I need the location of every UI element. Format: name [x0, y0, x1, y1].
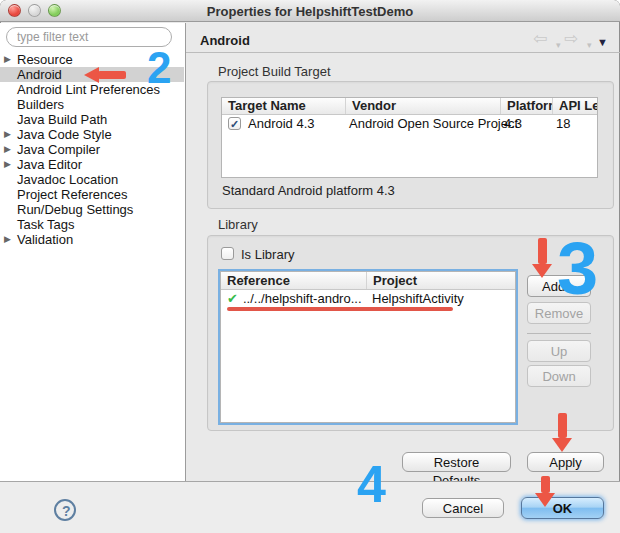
column-target-name[interactable]: Target Name — [222, 98, 346, 114]
sidebar-item-java-build-path[interactable]: Java Build Path — [0, 112, 184, 127]
sidebar-item-label: Java Build Path — [17, 112, 107, 127]
chevron-right-icon[interactable]: ▶ — [4, 52, 11, 67]
cancel-button[interactable]: Cancel — [422, 498, 504, 518]
restore-defaults-button[interactable]: Restore Defaults — [402, 452, 511, 472]
sidebar-item-label: Resource — [17, 52, 73, 67]
sidebar-item-label: Javadoc Location — [17, 172, 118, 187]
sidebar-item-label: Android — [17, 67, 62, 82]
green-check-icon: ✔ — [227, 290, 238, 308]
sidebar-item-label: Java Code Style — [17, 127, 112, 142]
window-title: Properties for HelpshiftTestDemo — [0, 4, 620, 19]
sidebar-item-run-debug-settings[interactable]: Run/Debug Settings — [0, 202, 184, 217]
forward-icon[interactable]: ⇨ — [564, 31, 578, 47]
platform-cell: 4.3 — [504, 115, 522, 133]
chevron-right-icon[interactable]: ▶ — [4, 127, 11, 142]
chevron-right-icon[interactable]: ▶ — [4, 142, 11, 157]
column-platform[interactable]: Platform — [501, 98, 553, 114]
forward-dropdown-icon[interactable]: ▾ — [587, 37, 592, 53]
reference-cell: ../../helpshift-andro... — [243, 290, 362, 308]
table-row[interactable]: ✓ Android 4.3 Android Open Source Projec… — [222, 115, 597, 133]
annotation-underline-reference — [227, 307, 453, 311]
sidebar-item-builders[interactable]: Builders — [0, 97, 184, 112]
up-button: Up — [527, 340, 591, 362]
sidebar-item-project-references[interactable]: Project References — [0, 187, 184, 202]
column-project[interactable]: Project — [367, 272, 515, 289]
annotation-step-2: 2 — [147, 46, 171, 90]
column-reference[interactable]: Reference — [221, 272, 367, 289]
build-target-group-label: Project Build Target — [218, 64, 331, 79]
sidebar-item-label: Java Compiler — [17, 142, 100, 157]
back-icon[interactable]: ⇦ — [533, 31, 547, 47]
project-cell: HelpshiftActivity — [372, 290, 464, 308]
column-vendor[interactable]: Vendor — [346, 98, 501, 114]
down-button: Down — [527, 365, 591, 387]
annotation-step-3: 3 — [557, 232, 598, 306]
header-divider — [186, 52, 620, 53]
table-row[interactable]: ✔ ../../helpshift-andro... HelpshiftActi… — [221, 290, 515, 308]
page-title: Android — [200, 33, 250, 48]
properties-dialog: Properties for HelpshiftTestDemo ▶ Resou… — [0, 0, 620, 533]
sidebar-item-label: Android Lint Preferences — [17, 82, 160, 97]
sidebar-item-task-tags[interactable]: Task Tags — [0, 217, 184, 232]
target-name-cell: Android 4.3 — [248, 115, 315, 133]
sidebar-item-java-editor[interactable]: ▶ Java Editor — [0, 157, 184, 172]
view-menu-icon[interactable]: ▼ — [597, 34, 608, 50]
target-checkbox-checked[interactable]: ✓ — [228, 117, 241, 130]
build-target-table: Target Name Vendor Platform API Level ✓ … — [221, 97, 598, 178]
chevron-right-icon[interactable]: ▶ — [4, 232, 11, 247]
sidebar-item-java-code-style[interactable]: ▶ Java Code Style — [0, 127, 184, 142]
sidebar-item-validation[interactable]: ▶ Validation — [0, 232, 184, 247]
column-api-level[interactable]: API Level — [553, 98, 597, 114]
titlebar: Properties for HelpshiftTestDemo — [0, 0, 620, 22]
sidebar-item-label: Builders — [17, 97, 64, 112]
sidebar-item-label: Project References — [17, 187, 128, 202]
annotation-step-4: 4 — [357, 458, 386, 510]
build-target-caption: Standard Android platform 4.3 — [222, 183, 395, 198]
sidebar-item-label: Validation — [17, 232, 73, 247]
vendor-cell: Android Open Source Project — [349, 115, 518, 133]
chevron-right-icon[interactable]: ▶ — [4, 157, 11, 172]
build-target-table-header: Target Name Vendor Platform API Level — [222, 98, 597, 115]
apply-button[interactable]: Apply — [527, 452, 604, 472]
library-table: Reference Project ✔ ../../helpshift-andr… — [220, 271, 516, 423]
is-library-checkbox[interactable] — [221, 247, 234, 260]
api-level-cell: 18 — [556, 115, 570, 133]
sidebar-item-java-compiler[interactable]: ▶ Java Compiler — [0, 142, 184, 157]
ok-button[interactable]: OK — [521, 497, 604, 519]
sidebar-item-label: Run/Debug Settings — [17, 202, 133, 217]
library-table-header: Reference Project — [221, 272, 515, 290]
library-group-label: Library — [218, 217, 258, 232]
sidebar-item-label: Java Editor — [17, 157, 82, 172]
back-dropdown-icon[interactable]: ▾ — [556, 37, 561, 53]
sidebar-item-javadoc-location[interactable]: Javadoc Location — [0, 172, 184, 187]
is-library-label: Is Library — [241, 247, 294, 262]
button-divider — [527, 333, 591, 334]
sidebar-item-label: Task Tags — [17, 217, 75, 232]
help-button[interactable]: ? — [54, 499, 76, 521]
